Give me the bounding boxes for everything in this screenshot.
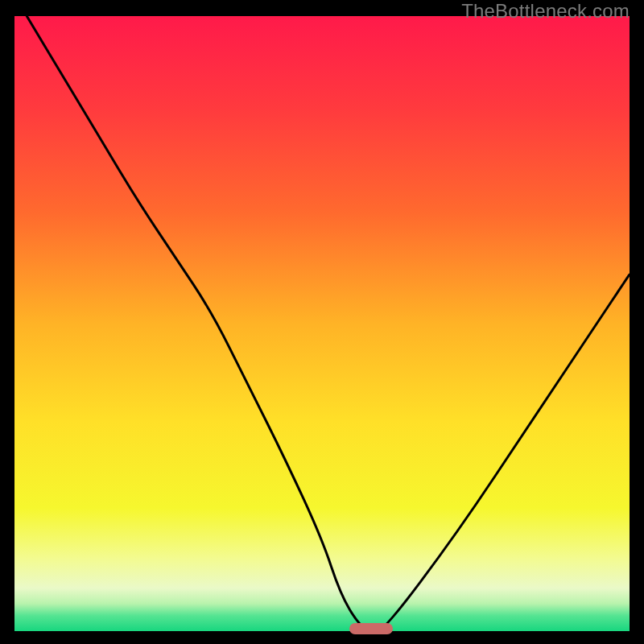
chart-frame	[14, 16, 630, 631]
plot-svg	[14, 16, 630, 631]
optimal-range-marker	[349, 623, 392, 634]
watermark-text: TheBottleneck.com	[461, 0, 630, 23]
